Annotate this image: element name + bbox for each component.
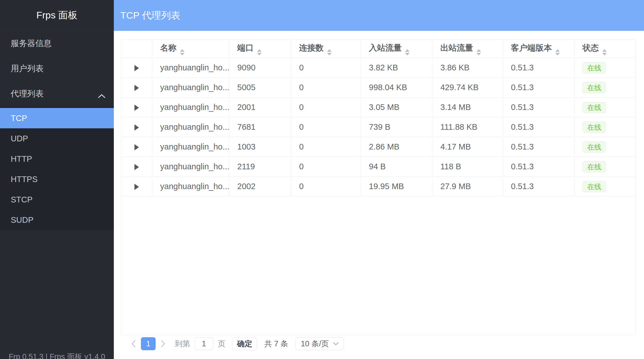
sort-icon[interactable] — [555, 49, 560, 55]
row-expand-icon[interactable] — [134, 164, 139, 170]
status-badge: 在线 — [582, 161, 606, 172]
chevron-down-icon — [333, 342, 339, 346]
confirm-button[interactable]: 确定 — [232, 337, 257, 350]
prev-page-button[interactable] — [129, 337, 139, 351]
page-number-button[interactable]: 1 — [141, 337, 156, 350]
column-header-status[interactable]: 状态 — [575, 40, 635, 58]
column-header-traffic-out[interactable]: 出站流量 — [432, 40, 503, 58]
column-header-client-version[interactable]: 客户端版本 — [503, 40, 575, 58]
column-label: 入站流量 — [369, 43, 402, 52]
page-size-select[interactable]: 10 条/页 — [295, 337, 344, 350]
table-row: yanghuanglin_ho... 2001 0 3.05 MB 3.14 M… — [121, 98, 635, 117]
row-expand-icon[interactable] — [134, 85, 139, 91]
status-badge: 在线 — [582, 102, 606, 113]
cell-traffic-in: 3.05 MB — [361, 98, 432, 117]
cell-version: 0.51.3 — [503, 177, 575, 196]
sidebar-item-udp[interactable]: UDP — [0, 128, 114, 149]
status-badge: 在线 — [582, 62, 606, 73]
column-header-traffic-in[interactable]: 入站流量 — [361, 40, 432, 58]
sidebar-item-label: UDP — [11, 134, 28, 143]
sidebar-item-proxy-list[interactable]: 代理列表 — [0, 81, 114, 106]
cell-name: yanghuanglin_ho... — [152, 58, 229, 78]
cell-version: 0.51.3 — [503, 78, 575, 98]
sidebar-item-tcp[interactable]: TCP — [0, 108, 114, 128]
sidebar-item-stcp[interactable]: STCP — [0, 189, 114, 210]
sidebar-item-label: 代理列表 — [11, 88, 43, 100]
cell-traffic-out: 429.74 KB — [432, 78, 503, 98]
total-count-label: 共 7 条 — [264, 339, 288, 349]
cell-version: 0.51.3 — [503, 157, 575, 177]
cell-traffic-in: 19.95 MB — [361, 177, 432, 196]
sidebar-item-server-info[interactable]: 服务器信息 — [0, 31, 114, 56]
sidebar-item-label: HTTPS — [11, 175, 38, 184]
cell-name: yanghuanglin_ho... — [152, 137, 229, 157]
cell-name: yanghuanglin_ho... — [152, 157, 229, 177]
row-expand-icon[interactable] — [134, 124, 139, 131]
page-unit-label: 页 — [218, 339, 225, 349]
column-header-name[interactable]: 名称 — [152, 40, 229, 58]
column-header-port[interactable]: 端口 — [229, 40, 291, 58]
sidebar-item-https[interactable]: HTTPS — [0, 169, 114, 189]
table-row: yanghuanglin_ho... 7681 0 739 B 111.88 K… — [121, 117, 635, 137]
table-row: yanghuanglin_ho... 5005 0 998.04 KB 429.… — [121, 78, 635, 98]
table-row: yanghuanglin_ho... 2002 0 19.95 MB 27.9 … — [121, 177, 635, 196]
sort-icon[interactable] — [602, 49, 607, 55]
column-label: 端口 — [237, 43, 254, 52]
page-header: TCP 代理列表 — [114, 0, 644, 31]
sidebar-menu: 服务器信息 用户列表 代理列表 — [0, 31, 114, 106]
cell-traffic-out: 27.9 MB — [432, 177, 503, 196]
sort-icon[interactable] — [477, 49, 481, 55]
sidebar: Frps 面板 服务器信息 用户列表 代理列表 TCP UDP HTTP HTT… — [0, 0, 114, 359]
sidebar-item-http[interactable]: HTTP — [0, 149, 114, 169]
cell-traffic-out: 4.17 MB — [432, 137, 503, 157]
next-page-button[interactable] — [158, 337, 168, 351]
cell-traffic-in: 3.82 KB — [361, 58, 432, 78]
cell-version: 0.51.3 — [503, 98, 575, 117]
cell-port: 1003 — [229, 137, 291, 157]
goto-page-input[interactable] — [195, 337, 213, 350]
expand-column-header — [121, 40, 152, 58]
cell-version: 0.51.3 — [503, 137, 575, 157]
goto-page-label: 到第 — [175, 339, 190, 349]
column-label: 连接数 — [299, 43, 324, 52]
cell-traffic-out: 3.14 MB — [432, 98, 503, 117]
cell-port: 7681 — [229, 117, 291, 137]
row-expand-icon[interactable] — [134, 184, 139, 190]
cell-port: 2002 — [229, 177, 291, 196]
proxy-table: 名称 端口 连接数 入站流量 出站流量 客户端版本 状态 yanghuangli… — [121, 40, 636, 335]
cell-connections: 0 — [291, 78, 361, 98]
cell-connections: 0 — [291, 177, 361, 196]
cell-version: 0.51.3 — [503, 117, 575, 137]
chevron-up-icon — [97, 91, 106, 96]
sort-icon[interactable] — [180, 49, 184, 55]
cell-traffic-in: 2.86 MB — [361, 137, 432, 157]
row-expand-icon[interactable] — [134, 65, 139, 71]
sidebar-item-label: HTTP — [11, 154, 32, 164]
column-label: 客户端版本 — [511, 43, 552, 52]
row-expand-icon[interactable] — [134, 105, 139, 111]
cell-name: yanghuanglin_ho... — [152, 98, 229, 117]
sidebar-item-user-list[interactable]: 用户列表 — [0, 56, 114, 81]
sidebar-item-label: SUDP — [11, 215, 34, 225]
table-row: yanghuanglin_ho... 9090 0 3.82 KB 3.86 K… — [121, 58, 635, 78]
sidebar-item-sudp[interactable]: SUDP — [0, 210, 114, 230]
cell-traffic-out: 111.88 KB — [432, 117, 503, 137]
sort-icon[interactable] — [257, 49, 262, 55]
status-badge: 在线 — [582, 141, 606, 153]
table-row: yanghuanglin_ho... 1003 0 2.86 MB 4.17 M… — [121, 137, 635, 157]
sort-icon[interactable] — [405, 49, 410, 55]
cell-connections: 0 — [291, 58, 361, 78]
column-label: 出站流量 — [440, 43, 473, 52]
cell-connections: 0 — [291, 157, 361, 177]
cell-port: 2119 — [229, 157, 291, 177]
cell-version: 0.51.3 — [503, 58, 575, 78]
sidebar-item-label: 用户列表 — [11, 63, 43, 74]
cell-name: yanghuanglin_ho... — [152, 177, 229, 196]
sort-icon[interactable] — [327, 49, 332, 55]
table-header-row: 名称 端口 连接数 入站流量 出站流量 客户端版本 状态 — [121, 40, 635, 58]
column-header-connections[interactable]: 连接数 — [291, 40, 361, 58]
cell-traffic-in: 94 B — [361, 157, 432, 177]
cell-connections: 0 — [291, 137, 361, 157]
table-row: yanghuanglin_ho... 2119 0 94 B 118 B 0.5… — [121, 157, 635, 177]
row-expand-icon[interactable] — [134, 144, 139, 150]
